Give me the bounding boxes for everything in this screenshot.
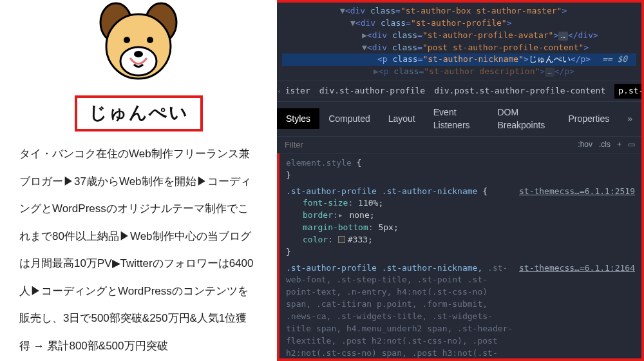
devtools-panel: ▼<div class="st-author-box st-author-mas… bbox=[277, 0, 644, 361]
author-name-highlight: じゅんぺい bbox=[75, 95, 203, 132]
tab-dom-breakpoints[interactable]: DOM Breakpoints bbox=[488, 102, 559, 136]
tab-computed[interactable]: Computed bbox=[319, 108, 379, 129]
tab-overflow[interactable]: » bbox=[618, 108, 641, 129]
tab-event-listeners[interactable]: Event Listeners bbox=[424, 102, 489, 136]
author-name: じゅんぺい bbox=[89, 102, 189, 122]
rule-st-author-nickname-1[interactable]: .st-author-profile .st-author-nickname {… bbox=[286, 186, 635, 259]
new-rule-button[interactable]: + bbox=[617, 139, 621, 150]
crumb-item-selected[interactable]: p.st-author-nickname bbox=[614, 84, 641, 99]
author-bio: タイ・バンコク在住のWeb制作フリーランス兼ブロガー▶37歳からWeb制作を開始… bbox=[19, 141, 258, 360]
styles-pane[interactable]: element.style { } .st-author-profile .st… bbox=[277, 153, 641, 361]
rule-font-stack[interactable]: .st-author-profile .st-author-nickname, … bbox=[286, 262, 635, 361]
author-avatar-icon bbox=[93, 0, 184, 84]
tab-properties[interactable]: Properties bbox=[559, 108, 618, 129]
hov-toggle[interactable]: :hov bbox=[578, 139, 592, 150]
svg-point-4 bbox=[124, 37, 130, 43]
author-card: じゅんぺい タイ・バンコク在住のWeb制作フリーランス兼ブロガー▶37歳からWe… bbox=[0, 0, 277, 361]
box-model-icon[interactable]: ▭ bbox=[628, 139, 635, 150]
svg-point-6 bbox=[134, 51, 143, 57]
crumb-item[interactable]: div.post.st-author-profile-content bbox=[434, 85, 605, 97]
styles-filter-row: :hov .cls + ▭ bbox=[277, 137, 641, 153]
elements-tree[interactable]: ▼<div class="st-author-box st-author-mas… bbox=[277, 3, 641, 81]
crumb-item[interactable]: div.st-author-profile bbox=[319, 85, 425, 97]
styles-tabs: Styles Computed Layout Event Listeners D… bbox=[277, 102, 641, 137]
tab-layout[interactable]: Layout bbox=[379, 108, 424, 129]
source-link[interactable]: st-themecss…=6.1.1:2164 bbox=[519, 262, 635, 275]
cls-toggle[interactable]: .cls bbox=[599, 139, 611, 150]
crumb-item[interactable]: ister bbox=[285, 85, 310, 97]
tab-styles[interactable]: Styles bbox=[277, 108, 319, 129]
author-name-row: じゅんぺい bbox=[19, 84, 258, 141]
source-link[interactable]: st-themecss…=6.1.1:2519 bbox=[519, 186, 635, 198]
rule-element-style[interactable]: element.style { } bbox=[286, 157, 635, 182]
app-root: じゅんぺい タイ・バンコク在住のWeb制作フリーランス兼ブロガー▶37歳からWe… bbox=[0, 0, 644, 361]
color-swatch-icon[interactable] bbox=[338, 236, 345, 243]
author-avatar-wrap bbox=[19, 0, 258, 84]
svg-point-5 bbox=[147, 37, 153, 43]
crumb-scroll-left[interactable]: ‹ bbox=[277, 86, 281, 97]
styles-filter-input[interactable] bbox=[283, 139, 578, 150]
selected-dom-node[interactable]: <p class="st-author-nickname">じゅんぺい</p> … bbox=[282, 54, 636, 66]
breadcrumb[interactable]: ‹ ister div.st-author-profile div.post.s… bbox=[277, 81, 641, 102]
